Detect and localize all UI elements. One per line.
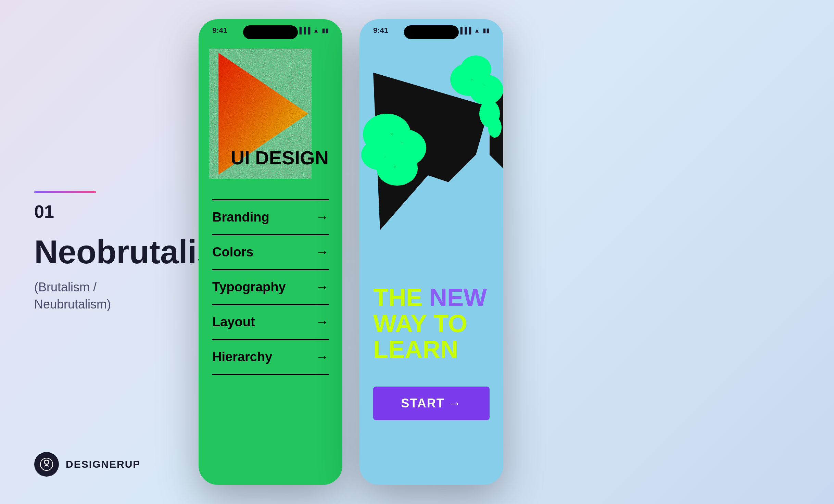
dynamic-island-blue	[404, 25, 459, 39]
svg-point-19	[488, 117, 502, 138]
menu-arrow-branding: →	[316, 210, 329, 225]
status-icons-blue: ▐▐▐ ▲ ▮▮	[458, 27, 490, 34]
signal-icon-blue: ▐▐▐	[458, 27, 471, 34]
menu-item-typography[interactable]: Typography →	[212, 270, 329, 305]
battery-icon: ▮▮	[322, 27, 329, 34]
status-bar-blue: 9:41 ▐▐▐ ▲ ▮▮	[359, 19, 503, 38]
main-title: Neobrutalism	[34, 236, 164, 268]
menu-arrow-layout: →	[316, 315, 329, 329]
svg-text:×: ×	[394, 164, 396, 169]
headline-way: WAY TO	[373, 310, 467, 337]
svg-point-11	[460, 55, 491, 83]
headline-new: NEW	[429, 284, 487, 311]
status-bar-green: 9:41 ▐▐▐ ▲ ▮▮	[199, 19, 342, 38]
menu-arrow-colors: →	[316, 245, 329, 260]
battery-icon-blue: ▮▮	[483, 27, 490, 34]
menu-list: Branding → Colors → Typography → Layout …	[199, 189, 342, 385]
time-green: 9:41	[212, 26, 227, 35]
blue-hero-illustration: × + ○ × + ○	[359, 38, 503, 271]
menu-item-branding[interactable]: Branding →	[212, 199, 329, 235]
svg-text:○: ○	[483, 83, 485, 87]
start-button[interactable]: START →	[373, 387, 490, 420]
svg-text:+: +	[401, 140, 403, 146]
svg-point-8	[377, 151, 418, 186]
headline-the: THE	[373, 284, 429, 311]
signal-icon: ▐▐▐	[297, 27, 310, 34]
phone-hero-green: UI DESIGN	[199, 38, 342, 189]
left-panel: 01 Neobrutalism (Brutalism / Neubrutalis…	[0, 0, 192, 504]
menu-label-branding: Branding	[212, 210, 269, 225]
phone-blue: 9:41 ▐▐▐ ▲ ▮▮	[359, 19, 503, 485]
logo-icon	[34, 452, 59, 477]
menu-arrow-hierarchy: →	[316, 350, 329, 364]
headline-learn: LEARN	[373, 336, 458, 363]
phone-green: 9:41 ▐▐▐ ▲ ▮▮	[199, 19, 342, 485]
wifi-icon: ▲	[313, 27, 319, 34]
menu-label-hierarchy: Hierarchy	[212, 350, 272, 364]
subtitle: (Brutalism / Neubrutalism)	[34, 279, 164, 313]
menu-item-layout[interactable]: Layout →	[212, 305, 329, 340]
menu-label-layout: Layout	[212, 315, 255, 329]
headline-area: THE NEW WAY TO LEARN	[359, 271, 503, 376]
hero-text-green: UI DESIGN	[231, 147, 329, 168]
svg-text:×: ×	[390, 131, 393, 137]
dynamic-island-green	[243, 25, 298, 39]
time-blue: 9:41	[373, 26, 388, 35]
wifi-icon-blue: ▲	[474, 27, 480, 34]
number-label: 01	[34, 201, 164, 222]
svg-point-0	[45, 460, 49, 464]
menu-label-typography: Typography	[212, 280, 286, 294]
start-button-label: START →	[401, 396, 462, 411]
accent-line	[34, 191, 96, 193]
status-icons-green: ▐▐▐ ▲ ▮▮	[297, 27, 329, 34]
svg-text:+: +	[471, 77, 473, 82]
phone-blue-hero: × + ○ × + ○	[359, 38, 503, 271]
logo-area: DESIGNERUP	[34, 452, 140, 477]
svg-text:○: ○	[383, 154, 386, 159]
menu-arrow-typography: →	[316, 280, 329, 294]
menu-item-colors[interactable]: Colors →	[212, 235, 329, 270]
logo-text: DESIGNERUP	[66, 458, 140, 470]
menu-item-hierarchy[interactable]: Hierarchy →	[212, 340, 329, 375]
phones-area: 9:41 ▐▐▐ ▲ ▮▮	[192, 0, 834, 504]
menu-label-colors: Colors	[212, 245, 253, 260]
